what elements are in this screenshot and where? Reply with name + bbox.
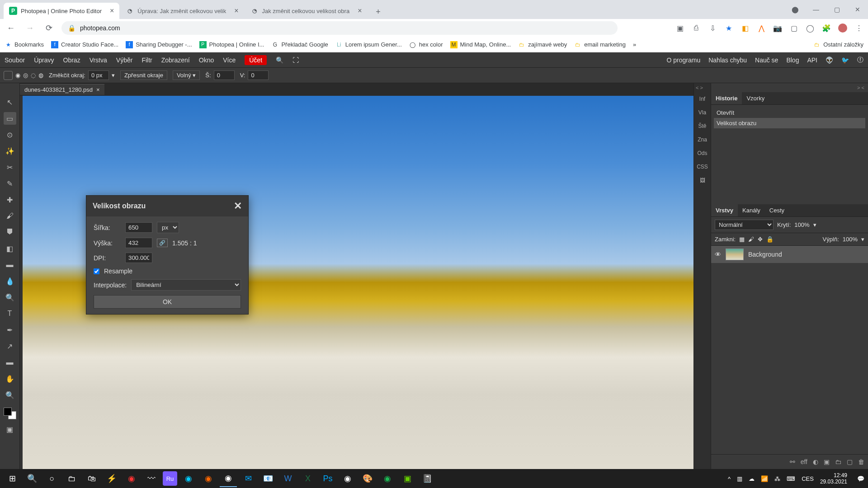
menu-more[interactable]: Více <box>223 56 236 64</box>
steam-icon[interactable]: ◉ <box>339 470 356 487</box>
collapse-icon[interactable]: < > <box>694 83 711 92</box>
extensions-icon[interactable]: 🧩 <box>822 23 831 33</box>
ok-button[interactable]: OK <box>94 295 241 309</box>
app-icon[interactable]: 📓 <box>419 470 436 487</box>
ext-icon[interactable]: ▢ <box>789 23 798 33</box>
eraser-tool-icon[interactable]: ◧ <box>4 242 16 255</box>
ext-icon[interactable]: ▣ <box>675 23 684 33</box>
search-icon[interactable]: 🔍 <box>276 56 283 64</box>
reddit-icon[interactable]: 👽 <box>826 56 833 64</box>
sel-new-icon[interactable]: ◉ <box>15 72 20 79</box>
layer-name[interactable]: Background <box>748 251 782 258</box>
menu-edit[interactable]: Úpravy <box>34 56 54 64</box>
document-tab[interactable]: dunes-4033821_1280.psd × <box>20 84 104 95</box>
chevron-down-icon[interactable]: ▾ <box>112 72 115 79</box>
tab-swatches[interactable]: Vzorky <box>742 92 769 104</box>
chevron-down-icon[interactable]: ▾ <box>813 221 816 228</box>
side-tab[interactable]: CSS <box>694 160 711 174</box>
onedrive-icon[interactable]: ☁ <box>749 475 755 482</box>
fill-value[interactable]: 100% <box>843 236 858 243</box>
tab-layers[interactable]: Vrstvy <box>711 204 738 216</box>
app-icon[interactable]: 〰 <box>143 470 160 487</box>
mail-icon[interactable]: ✉ <box>240 470 257 487</box>
zoom-tool-icon[interactable]: 🔍 <box>4 389 16 401</box>
adjustment-icon[interactable]: ▣ <box>824 458 830 465</box>
opacity-value[interactable]: 100% <box>794 221 809 228</box>
brush-tool-icon[interactable]: 🖌 <box>4 210 16 222</box>
unit-select[interactable]: px <box>157 222 179 233</box>
camera-icon[interactable]: 📷 <box>773 23 782 33</box>
ext-icon[interactable]: ⎙ <box>692 23 701 33</box>
other-bookmarks[interactable]: 🗀Ostatní záložky <box>813 41 863 48</box>
cortana-icon[interactable]: ○ <box>43 470 61 487</box>
app-icon[interactable]: ⚡ <box>103 470 120 487</box>
history-item[interactable]: Otevřít <box>714 108 865 118</box>
lock-all-icon[interactable]: 🔒 <box>766 236 774 243</box>
dpi-input[interactable] <box>125 253 152 263</box>
outlook-icon[interactable]: 📧 <box>259 470 277 487</box>
report-link[interactable]: Nahlas chybu <box>708 56 747 64</box>
crop-tool-icon[interactable]: ✂ <box>4 161 16 174</box>
browser-tab[interactable]: ◔ Úprava: Jak změnit celkovou velik × <box>120 3 244 19</box>
path-tool-icon[interactable]: ↗ <box>4 340 16 352</box>
sel-add-icon[interactable]: ◎ <box>23 72 28 79</box>
keyboard-icon[interactable]: ⌨ <box>787 475 795 482</box>
language-indicator[interactable]: CES <box>802 475 814 482</box>
side-tab[interactable]: Ště <box>694 119 711 133</box>
heal-tool-icon[interactable]: ✚ <box>4 193 16 206</box>
selection-mode-icon[interactable] <box>4 71 13 80</box>
layer-row[interactable]: 👁 Background <box>711 246 868 263</box>
move-tool-icon[interactable]: ↖ <box>4 96 16 108</box>
photoshop-icon[interactable]: Ps <box>319 470 336 487</box>
width-input[interactable] <box>125 222 152 233</box>
bookmark-item[interactable]: PPhotopea | Online I... <box>199 41 264 48</box>
spotify-icon[interactable]: ◉ <box>379 470 396 487</box>
menu-window[interactable]: Okno <box>199 56 214 64</box>
foreground-swatch[interactable] <box>4 408 12 416</box>
back-icon[interactable]: ← <box>5 23 17 33</box>
menu-select[interactable]: Výběr <box>116 56 133 64</box>
bookmark-item[interactable]: GPřekladač Google <box>271 41 328 48</box>
browser-tab-active[interactable]: P Photopea | Online Photo Editor × <box>4 3 119 19</box>
bookmark-item[interactable]: ◯hex color <box>409 41 443 48</box>
hand-tool-icon[interactable]: ✋ <box>4 372 16 385</box>
close-icon[interactable]: × <box>96 86 100 93</box>
blog-link[interactable]: Blog <box>786 56 799 64</box>
history-item[interactable]: Velikost obrazu <box>714 118 865 128</box>
reload-icon[interactable]: ⟳ <box>42 23 55 33</box>
collapse-icon[interactable]: > < <box>711 83 868 92</box>
start-icon[interactable]: ⊞ <box>4 470 21 487</box>
twitter-icon[interactable]: 🐦 <box>841 56 849 64</box>
bookmark-item[interactable]: MMind Map, Online... <box>450 41 511 48</box>
resample-checkbox[interactable] <box>94 268 99 274</box>
new-tab-button[interactable]: + <box>371 5 386 19</box>
mask-icon[interactable]: ◐ <box>813 458 818 465</box>
interpolation-select[interactable]: Bilineární <box>131 279 241 291</box>
tray-expand-icon[interactable]: ^ <box>728 475 731 482</box>
stamp-tool-icon[interactable]: ⛊ <box>4 226 16 239</box>
menu-image[interactable]: Obraz <box>63 56 80 64</box>
clock[interactable]: 12:49 29.03.2021 <box>820 472 851 485</box>
fx-label[interactable]: eff <box>801 458 807 465</box>
gradient-tool-icon[interactable]: ▬ <box>4 258 16 271</box>
minimize-icon[interactable]: — <box>806 2 826 17</box>
word-icon[interactable]: W <box>279 470 297 487</box>
wand-tool-icon[interactable]: ✨ <box>4 145 16 157</box>
sel-sub-icon[interactable]: ◌ <box>31 72 36 79</box>
refine-button[interactable]: Zpřesnit okraje <box>120 70 167 80</box>
dodge-tool-icon[interactable]: 🔍 <box>4 291 16 304</box>
edge-icon[interactable]: ◉ <box>180 470 197 487</box>
ext-icon[interactable]: ◯ <box>806 23 815 33</box>
layer-thumbnail[interactable] <box>726 249 744 260</box>
close-icon[interactable]: ✕ <box>234 200 242 212</box>
height-input[interactable]: 0 <box>248 70 269 80</box>
tray-icon[interactable]: ⁂ <box>774 475 780 482</box>
facebook-icon[interactable]: ⓕ <box>857 56 863 64</box>
camtasia-icon[interactable]: ▣ <box>399 470 416 487</box>
rush-icon[interactable]: Ru <box>163 471 177 486</box>
close-icon[interactable]: × <box>110 7 114 15</box>
blend-mode-select[interactable]: Normální <box>715 220 774 230</box>
url-input[interactable]: 🔒 photopea.com <box>61 21 618 35</box>
lock-position-icon[interactable]: ✥ <box>758 236 763 243</box>
close-window-icon[interactable]: ✕ <box>847 2 868 17</box>
